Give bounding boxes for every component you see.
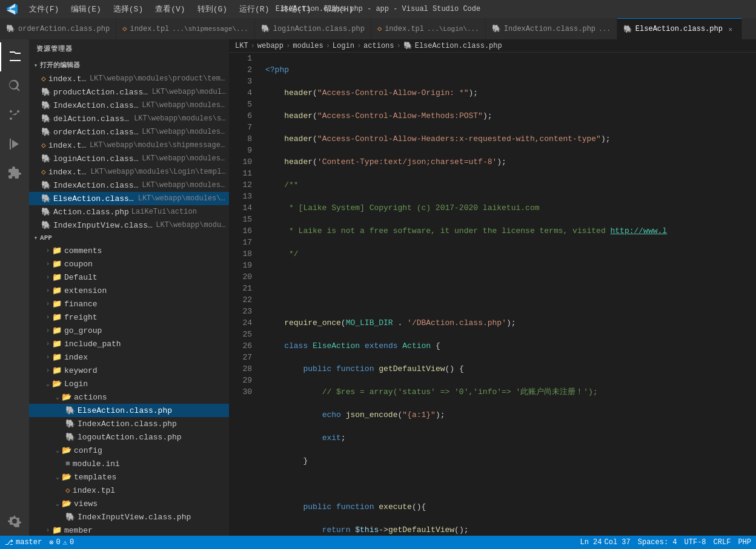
tree-config[interactable]: ⌄ 📂 config: [29, 444, 229, 457]
open-file-4[interactable]: 🐘 delAction.class.php LKT\webapp\modules…: [29, 112, 229, 125]
menu-bar: 文件(F) 编辑(E) 选择(S) 查看(V) 转到(G) 运行(R) 终端(T…: [24, 2, 358, 16]
tree-default[interactable]: › 📁 Default: [29, 271, 229, 284]
menu-edit[interactable]: 编辑(E): [66, 2, 105, 16]
tree-logoutaction[interactable]: 🐘 logoutAction.class.php: [29, 430, 229, 444]
menu-select[interactable]: 选择(S): [108, 2, 148, 16]
php-icon: 🐘: [65, 432, 75, 442]
menu-terminal[interactable]: 终端(T): [276, 2, 316, 16]
open-file-5[interactable]: 🐘 orderAction.class.php LKT\webapp\modul…: [29, 125, 229, 139]
folder-open-icon: 📂: [62, 499, 71, 508]
file-name: logoutAction.class.php: [78, 433, 182, 442]
tree-include-path[interactable]: › 📁 include_path: [29, 337, 229, 350]
breadcrumb-webapp[interactable]: webapp: [257, 42, 284, 50]
breadcrumb-actions[interactable]: actions: [363, 42, 394, 50]
tree-indextpl[interactable]: ◇ index.tpl: [29, 484, 229, 497]
app-section[interactable]: ▾ APP: [29, 232, 229, 244]
tab-indextpl1[interactable]: ◇ index.tpl ...\shipmessage\...: [116, 18, 254, 39]
tab-indextpl2[interactable]: ◇ index.tpl ...\Login\...: [371, 18, 486, 39]
file-name: index.tpl: [48, 74, 87, 84]
file-name: loginAction.class.php: [53, 154, 139, 163]
code-line-18: }: [265, 455, 756, 467]
tree-moduleini[interactable]: ≡ module.ini: [29, 457, 229, 470]
breadcrumb-lkt[interactable]: LKT: [235, 42, 248, 50]
tab-label: loginAction.class.php: [273, 25, 365, 33]
tab-close-button[interactable]: ✕: [726, 24, 735, 34]
status-spaces[interactable]: Spaces: 4: [638, 538, 677, 547]
tree-finance[interactable]: › 📁 finance: [29, 297, 229, 311]
tree-views[interactable]: ⌄ 📂 views: [29, 497, 229, 510]
open-editors-section[interactable]: ▾ 打开的编辑器: [29, 58, 229, 72]
tree-label: include_path: [64, 340, 121, 349]
file-name: index.tpl: [73, 486, 115, 495]
search-icon[interactable]: [0, 71, 29, 100]
tree-keyword[interactable]: › 📁 keyword: [29, 364, 229, 377]
breadcrumb-login[interactable]: Login: [333, 42, 354, 50]
tab-indexactionmain[interactable]: 🐘 IndexAction.class.php ...: [486, 18, 617, 39]
open-file-2[interactable]: 🐘 productAction.class.php LKT\webapp\mod…: [29, 85, 229, 99]
status-errors[interactable]: ⊗ 0 ⚠ 0: [49, 538, 74, 547]
open-file-7[interactable]: 🐘 loginAction.class.php LKT\webapp\modul…: [29, 152, 229, 165]
tree-index[interactable]: › 📁 index: [29, 350, 229, 364]
svg-point-0: [10, 117, 12, 120]
run-icon[interactable]: [0, 130, 29, 159]
tree-extension[interactable]: › 📁 extension: [29, 284, 229, 297]
tab-sublabel: ...\shipmessage\...: [172, 25, 248, 33]
open-file-3[interactable]: 🐘 IndexAction.class.php LKT\webapp\modul…: [29, 99, 229, 112]
php-icon: 🐘: [41, 100, 51, 110]
open-file-12[interactable]: 🐘 IndexInputView.class.php LKT\webapp\mo…: [29, 219, 229, 232]
code-line-16: echo json_encode("{a:1}");: [265, 409, 756, 421]
php-icon: 🐘: [65, 419, 75, 429]
status-eol[interactable]: CRLF: [714, 538, 731, 547]
tree-go-group[interactable]: › 📁 go_group: [29, 324, 229, 337]
tab-orderaction[interactable]: 🐘 orderAction.class.php: [0, 18, 116, 39]
open-file-11[interactable]: 🐘 Action.class.php LaiKeTui\action: [29, 205, 229, 219]
code-content[interactable]: <?php header("Access-Control-Allow-Origi…: [259, 53, 756, 536]
open-file-9[interactable]: 🐘 IndexAction.class.php LKT\webapp\modul…: [29, 179, 229, 192]
open-editors-label: 打开的编辑器: [40, 61, 80, 70]
tree-indexinputview[interactable]: 🐘 IndexInputView.class.php: [29, 510, 229, 524]
code-line-7: * [Laike System] Copyright (c) 2017-2020…: [265, 202, 756, 214]
tab-elseaction[interactable]: 🐘 ElseAction.class.php ✕: [617, 18, 742, 39]
status-branch[interactable]: ⎇ master: [5, 538, 42, 547]
open-file-10[interactable]: 🐘 ElseAction.class.php LKT\webapp\module…: [29, 192, 229, 205]
open-file-6[interactable]: ◇ index.tpl LKT\webapp\modules\shipmessa…: [29, 139, 229, 152]
menu-help[interactable]: 帮助(H): [319, 2, 358, 16]
status-language[interactable]: PHP: [738, 538, 751, 547]
breadcrumb-sep: ›: [251, 42, 255, 50]
arrow-down-icon: ⌄: [46, 380, 50, 387]
title-bar: 文件(F) 编辑(E) 选择(S) 查看(V) 转到(G) 运行(R) 终端(T…: [0, 0, 756, 18]
code-container[interactable]: 12345 678910 1112131415 1617181920 21222…: [229, 53, 756, 536]
tab-loginaction[interactable]: 🐘 loginAction.class.php: [255, 18, 371, 39]
tree-actions[interactable]: ⌄ 📂 actions: [29, 390, 229, 404]
svg-point-2: [10, 110, 12, 113]
php-icon: 🐘: [623, 25, 632, 34]
tree-indexaction[interactable]: 🐘 IndexAction.class.php: [29, 417, 229, 430]
ini-icon: ≡: [65, 459, 70, 468]
status-line-col[interactable]: Ln 24 Col 37: [580, 538, 631, 547]
settings-icon[interactable]: [0, 507, 29, 536]
breadcrumb-modules[interactable]: modules: [293, 42, 323, 50]
status-encoding[interactable]: UTF-8: [685, 538, 706, 547]
open-file-8[interactable]: ◇ index.tpl LKT\webapp\modules\Login\tem…: [29, 165, 229, 179]
tree-member[interactable]: › 📁 member: [29, 524, 229, 536]
menu-view[interactable]: 查看(V): [150, 2, 190, 16]
tree-login[interactable]: ⌄ 📂 Login: [29, 377, 229, 390]
tree-elseaction[interactable]: 🐘 ElseAction.class.php: [29, 404, 229, 417]
open-file-1[interactable]: ◇ index.tpl LKT\webapp\modules\product\t…: [29, 72, 229, 85]
tree-templates[interactable]: ⌄ 📂 templates: [29, 470, 229, 484]
explorer-icon[interactable]: [0, 42, 29, 71]
source-control-icon[interactable]: [0, 100, 29, 130]
main-area: 资源管理器 ▾ 打开的编辑器 ◇ index.tpl LKT\webapp\mo…: [0, 39, 756, 536]
editor-area: LKT › webapp › modules › Login › actions…: [229, 39, 756, 536]
encoding-label: UTF-8: [685, 538, 706, 547]
menu-file[interactable]: 文件(F): [24, 2, 64, 16]
menu-run[interactable]: 运行(R): [234, 2, 274, 16]
sidebar-content[interactable]: ▾ 打开的编辑器 ◇ index.tpl LKT\webapp\modules\…: [29, 58, 229, 536]
extensions-icon[interactable]: [0, 159, 29, 188]
tree-freight[interactable]: › 📁 freight: [29, 311, 229, 324]
tree-comments[interactable]: › 📁 comments: [29, 244, 229, 257]
tree-coupon[interactable]: › 📁 coupon: [29, 257, 229, 271]
code-line-9: */: [265, 248, 756, 260]
menu-goto[interactable]: 转到(G): [193, 2, 232, 16]
file-path: LKT\webapp\modules\a...: [142, 128, 229, 136]
